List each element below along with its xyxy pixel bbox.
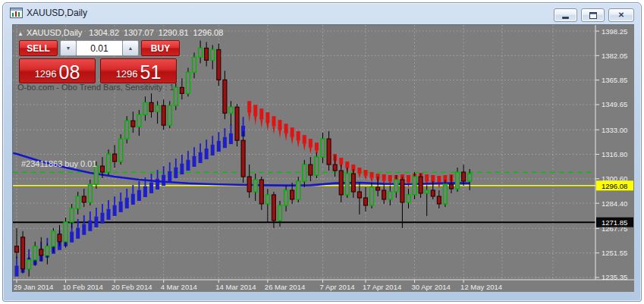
- candle-bear: [100, 166, 104, 172]
- candle-bull: [193, 57, 196, 72]
- trend-bar-up: [88, 221, 92, 231]
- trend-bar-up: [243, 117, 244, 126]
- ohlc-low: 1290.81: [159, 28, 189, 37]
- trend-bar-up: [193, 147, 195, 156]
- date-tick-label: 20 Feb 2014: [112, 283, 152, 291]
- trend-bar-down: [382, 174, 386, 180]
- volume-decrease-button[interactable]: ▼: [60, 40, 77, 56]
- trend-bar-up: [193, 156, 196, 167]
- candle-bear: [217, 49, 221, 80]
- ask-big-figure: 1296: [116, 68, 138, 81]
- trend-bar-up: [113, 205, 117, 216]
- candle-bear: [357, 192, 361, 198]
- chevron-down-icon: ▼: [66, 45, 71, 51]
- trend-bar-up: [126, 189, 127, 198]
- candle-bull: [27, 260, 31, 269]
- candle-bear: [272, 195, 275, 221]
- trend-bar-up: [162, 175, 165, 186]
- bid-price-box[interactable]: 1296 08: [19, 58, 96, 83]
- trend-bar-up: [145, 177, 146, 186]
- candle-bear: [351, 174, 355, 192]
- trend-bar-up: [211, 145, 215, 155]
- axis-price-badge-label: 1271.85: [602, 218, 627, 227]
- candle-bull: [388, 192, 392, 199]
- candle-bull: [265, 195, 269, 204]
- candle-bear: [419, 177, 423, 193]
- trend-bar-down: [278, 130, 281, 138]
- trend-bar-down: [247, 101, 251, 112]
- trend-bar-up: [206, 139, 207, 149]
- chart-area[interactable]: 1398.251382.051365.851349.651333.001316.…: [12, 24, 634, 292]
- trend-bar-up: [28, 249, 30, 259]
- candle-bull: [321, 139, 325, 157]
- candle-bull: [211, 49, 215, 60]
- price-up-triangle-icon: ▲: [17, 30, 24, 37]
- volume-input[interactable]: [77, 40, 122, 56]
- trend-bar-up: [131, 194, 135, 205]
- trend-bar-down: [431, 175, 435, 182]
- candle-bull: [174, 87, 177, 105]
- trend-bar-up: [168, 171, 171, 182]
- trend-bar-down: [345, 161, 349, 168]
- trend-bar-up: [96, 208, 97, 217]
- candle-bull: [394, 180, 398, 192]
- trend-bar-down: [284, 124, 288, 133]
- trend-bar-down: [260, 120, 262, 129]
- candle-bear: [131, 121, 135, 127]
- candle-bear: [339, 171, 343, 195]
- candle-bear: [259, 180, 263, 204]
- trend-bar-up: [224, 128, 225, 137]
- candle-bear: [382, 190, 386, 199]
- trend-bar-down: [358, 174, 360, 178]
- candle-bear: [401, 180, 404, 202]
- price-tick-label: 1251.55: [602, 249, 627, 257]
- restore-button[interactable]: [581, 8, 605, 22]
- candle-bear: [82, 196, 86, 202]
- minimize-icon: [562, 17, 569, 19]
- candle-bull: [407, 195, 410, 202]
- trend-bar-up: [229, 133, 233, 144]
- trend-bar-up: [125, 198, 129, 208]
- candle-bull: [199, 48, 203, 57]
- trend-bar-up: [77, 219, 79, 228]
- candle-bull: [76, 196, 80, 208]
- candle-bull: [33, 246, 37, 260]
- candle-bull: [345, 174, 349, 195]
- trend-bar-up: [187, 151, 189, 160]
- trend-bar-up: [212, 136, 213, 145]
- sell-button[interactable]: SELL: [19, 40, 58, 56]
- restore-icon: [589, 12, 597, 19]
- volume-increase-button[interactable]: ▲: [122, 40, 139, 56]
- trend-bar-down: [297, 140, 300, 148]
- trend-bar-down: [303, 144, 306, 151]
- candle-bear: [235, 107, 239, 140]
- chart-window: XAUUSD,Daily ✕ 1398.251382.051365.851349…: [2, 2, 642, 302]
- price-tick-label: 1316.80: [602, 150, 627, 158]
- buy-button[interactable]: BUY: [141, 40, 180, 56]
- date-tick-label: 14 Mar 2014: [215, 283, 256, 291]
- trend-bar-down: [291, 137, 294, 145]
- bid-big-figure: 1296: [35, 68, 57, 81]
- candle-bull: [370, 187, 374, 205]
- trend-bar-down: [309, 139, 313, 147]
- trend-bar-up: [137, 190, 141, 201]
- trend-bar-down: [370, 172, 374, 178]
- price-tick-label: 1235.35: [602, 273, 627, 281]
- candle-bull: [137, 114, 141, 127]
- candle-bull: [88, 184, 92, 202]
- candle-bear: [309, 165, 313, 175]
- candle-bull: [119, 139, 123, 161]
- candle-bear: [180, 87, 184, 93]
- candle-bull: [315, 157, 319, 175]
- trend-bar-up: [120, 193, 121, 202]
- trend-bar-up: [205, 149, 209, 159]
- candle-bull: [229, 107, 233, 113]
- ask-price-box[interactable]: 1296 51: [100, 58, 177, 83]
- candle-bear: [223, 80, 227, 113]
- trend-bar-up: [199, 143, 201, 152]
- close-button[interactable]: ✕: [608, 8, 634, 22]
- candle-bull: [64, 222, 68, 242]
- titlebar[interactable]: XAUUSD,Daily ✕: [3, 3, 641, 24]
- trend-bar-up: [175, 158, 177, 168]
- minimize-button[interactable]: [554, 8, 577, 22]
